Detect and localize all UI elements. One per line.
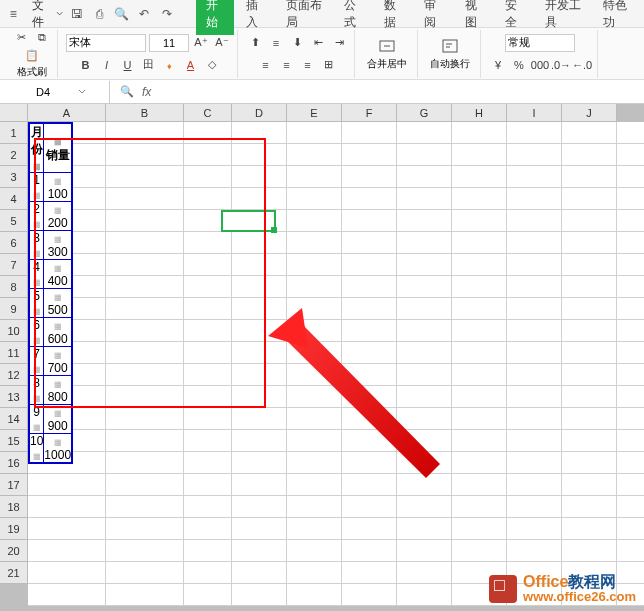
grid-cell[interactable] [452,254,507,276]
highlight-icon[interactable]: ◇ [203,56,221,74]
fx-label[interactable]: fx [142,85,151,99]
grid-cell[interactable] [397,122,452,144]
grid-cell[interactable] [452,496,507,518]
grid-cell[interactable] [507,474,562,496]
grid-cell[interactable] [287,122,342,144]
grid-cell[interactable] [232,518,287,540]
grid-cell[interactable] [184,276,232,298]
undo-icon[interactable]: ↶ [135,4,153,24]
cell-month[interactable]: 3 ▦ [29,231,44,260]
grid-cell[interactable] [184,254,232,276]
align-left-icon[interactable]: ≡ [257,56,275,74]
grid-cell[interactable] [507,364,562,386]
grid-cell[interactable] [397,342,452,364]
underline-icon[interactable]: U [119,56,137,74]
grid-cell[interactable] [342,254,397,276]
grid-cell[interactable] [232,496,287,518]
grid-cell[interactable] [232,386,287,408]
grid-cell[interactable] [617,430,644,452]
table-row[interactable]: 3 ▦▦ 300 [29,231,72,260]
grid-cell[interactable] [452,342,507,364]
grid-cell[interactable] [507,496,562,518]
grid-cell[interactable] [452,540,507,562]
grid-cell[interactable] [106,122,184,144]
table-row[interactable]: 5 ▦▦ 500 [29,289,72,318]
cell-sales[interactable]: ▦ 100 [44,173,72,202]
grid-cell[interactable] [28,518,106,540]
grid-cell[interactable] [562,496,617,518]
grid-cell[interactable] [562,298,617,320]
grid-cell[interactable] [562,518,617,540]
grid-cell[interactable] [507,254,562,276]
indent-right-icon[interactable]: ⇥ [330,34,348,52]
grid-cell[interactable] [342,276,397,298]
grid-cell[interactable] [342,232,397,254]
grid-cell[interactable] [397,254,452,276]
select-all-corner[interactable] [0,104,28,122]
grid-cell[interactable] [287,386,342,408]
increase-font-icon[interactable]: A⁺ [192,34,210,52]
grid-cell[interactable] [184,452,232,474]
grid-cell[interactable] [562,122,617,144]
grid-cell[interactable] [452,320,507,342]
cell-sales[interactable]: ▦ 1000 [44,434,72,464]
grid-cell[interactable] [397,364,452,386]
grid-cell[interactable] [287,210,342,232]
grid-cell[interactable] [342,540,397,562]
grid-cell[interactable] [452,276,507,298]
col-header-B[interactable]: B [106,104,184,122]
grid-cell[interactable] [342,210,397,232]
grid-cell[interactable] [507,122,562,144]
grid-cell[interactable] [507,188,562,210]
grid-cell[interactable] [397,562,452,584]
align-middle-icon[interactable]: ≡ [267,34,285,52]
grid-cell[interactable] [106,408,184,430]
grid-cell[interactable] [342,408,397,430]
grid-cell[interactable] [106,254,184,276]
grid-cell[interactable] [232,122,287,144]
col-header-J[interactable]: J [562,104,617,122]
grid-cell[interactable] [287,188,342,210]
cell-sales[interactable]: ▦ 200 [44,202,72,231]
bold-icon[interactable]: B [77,56,95,74]
row-header-4[interactable]: 4 [0,188,28,210]
grid-cell[interactable] [342,298,397,320]
comma-icon[interactable]: 000 [531,56,549,74]
number-format-select[interactable] [505,34,575,52]
grid-cell[interactable] [452,452,507,474]
grid-cell[interactable] [507,540,562,562]
grid-cell[interactable] [342,320,397,342]
row-header-6[interactable]: 6 [0,232,28,254]
table-row[interactable]: 4 ▦▦ 400 [29,260,72,289]
grid-cell[interactable] [397,584,452,606]
grid-cell[interactable] [617,122,644,144]
grid-cell[interactable] [342,474,397,496]
grid-cell[interactable] [397,452,452,474]
grid-cell[interactable] [397,386,452,408]
row-header-14[interactable]: 14 [0,408,28,430]
grid-cell[interactable] [397,408,452,430]
grid-cell[interactable] [287,474,342,496]
grid-cell[interactable] [106,474,184,496]
grid-cell[interactable] [342,562,397,584]
grid-cell[interactable] [28,562,106,584]
col-header-C[interactable]: C [184,104,232,122]
grid-cell[interactable] [397,496,452,518]
grid-cell[interactable] [397,166,452,188]
grid-cell[interactable] [184,364,232,386]
grid-cell[interactable] [342,364,397,386]
table-row[interactable]: 7 ▦▦ 700 [29,347,72,376]
row-header-11[interactable]: 11 [0,342,28,364]
grid-cell[interactable] [397,298,452,320]
grid-cell[interactable] [28,540,106,562]
grid-cell[interactable] [287,408,342,430]
grid-cell[interactable] [562,430,617,452]
grid-cell[interactable] [562,188,617,210]
grid-cell[interactable] [397,430,452,452]
cell-month[interactable]: 7 ▦ [29,347,44,376]
col-header-D[interactable]: D [232,104,287,122]
grid-cell[interactable] [287,166,342,188]
cell-sales[interactable]: ▦ 500 [44,289,72,318]
auto-wrap-button[interactable]: 自动换行 [426,35,474,73]
file-menu[interactable]: 文件 [32,0,63,31]
